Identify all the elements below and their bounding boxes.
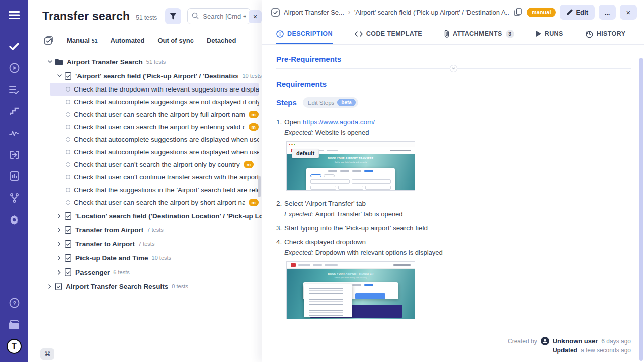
collapse-toggle-icon[interactable] — [450, 65, 457, 72]
edit-button[interactable]: Edit — [560, 5, 595, 20]
step-link[interactable]: https://www.agoda.com/ — [303, 118, 375, 126]
folder-icon — [55, 59, 63, 65]
tab-runs[interactable]: RUNS — [536, 24, 564, 44]
tree-item-label: Transfer to Airport — [75, 240, 135, 248]
tree-test-item[interactable]: Check that user can search the airport b… — [50, 196, 259, 209]
chevron-down-icon[interactable] — [47, 60, 52, 63]
tree-test-item[interactable]: Check that autocomplete suggestings are … — [50, 96, 259, 108]
tree-test-item[interactable]: Check that user can search the airport b… — [50, 108, 259, 121]
tree-test-item[interactable]: Check that the suggestions in the 'Airpo… — [50, 184, 259, 196]
tree-scrollbar[interactable] — [258, 176, 261, 197]
step-text: Check displayed dropdown — [284, 238, 366, 246]
version-control-icon[interactable] — [0, 187, 28, 209]
test-step: 3.Start typing into the 'Pick-up airport… — [276, 224, 631, 232]
edit-steps-button[interactable]: Edit Stepsbeta — [303, 97, 358, 108]
tests-icon[interactable] — [0, 36, 28, 57]
tree-item-label: Check that user can't continue transfer … — [74, 173, 259, 181]
tree-suite-item[interactable]: 'Airport' search field ('Pick-up Airport… — [28, 69, 262, 83]
tree-test-item[interactable]: Check that user can't search the airport… — [50, 158, 259, 171]
steps-list: 1.Open https://www.agoda.com/Expected:We… — [276, 118, 631, 319]
step-number: 3. — [276, 224, 284, 232]
chevron-right-icon[interactable] — [57, 228, 62, 232]
workspace-logo[interactable]: T — [0, 335, 28, 357]
filter-tab-automated[interactable]: Automated — [110, 37, 144, 44]
history-icon — [586, 30, 593, 38]
default-variant-tag: default — [292, 149, 319, 158]
tree-suite-item[interactable]: Airport Transfer Search Results0 tests — [28, 279, 262, 293]
tree-suite-item[interactable]: Passenger6 tests — [28, 265, 262, 279]
filter-button[interactable] — [165, 8, 181, 24]
tree-suite-item[interactable]: 'Location' search field ('Destination Lo… — [28, 209, 262, 223]
copy-icon[interactable] — [513, 7, 523, 17]
step-number: 4. — [276, 238, 284, 246]
help-icon[interactable]: ? — [0, 292, 28, 314]
chevron-right-icon[interactable] — [57, 214, 62, 218]
description-icon — [276, 30, 284, 38]
more-button[interactable]: ... — [599, 5, 616, 20]
tab-history[interactable]: HISTORY — [586, 24, 626, 44]
tree-suite-item[interactable]: Transfer to Airport7 tests — [28, 237, 262, 251]
tree-test-item[interactable]: Check that user can't continue transfer … — [50, 171, 259, 184]
step-expected: Expected:Airport Transfer' tab is opened — [284, 210, 631, 218]
test-circle-icon — [66, 200, 70, 205]
tree-suite-item[interactable]: Pick-up Date and Time10 tests — [28, 251, 262, 265]
runs-icon[interactable] — [0, 57, 28, 79]
bulk-select-icon[interactable] — [44, 36, 53, 45]
tree-item-label: Transfer from Airport — [75, 226, 143, 234]
funnel-icon — [170, 13, 177, 20]
test-tree: Airport Transfer Search51 tests'Airport'… — [28, 51, 262, 293]
detail-scrollbar[interactable] — [639, 58, 643, 361]
sign-in-icon[interactable] — [0, 144, 28, 165]
breadcrumb: Airport Transfer Se...›'Airport' search … — [284, 9, 509, 16]
chevron-right-icon[interactable] — [57, 270, 62, 275]
code-template-icon — [355, 31, 363, 37]
tree-item-label: Check that user can search the airport b… — [74, 199, 245, 206]
filter-tab-detached[interactable]: Detached — [207, 37, 236, 44]
runs-icon — [536, 31, 541, 37]
close-detail-button[interactable]: × — [620, 5, 637, 20]
filter-tab-manual[interactable]: Manual51 — [67, 37, 97, 44]
breadcrumb-item[interactable]: 'Airport' search field ('Pick-up Airport… — [354, 9, 509, 16]
test-plans-icon[interactable] — [0, 79, 28, 101]
projects-icon[interactable] — [0, 314, 28, 335]
search-wrap — [187, 8, 251, 24]
step-expected: Expected:Dropdown with relevant options … — [284, 249, 631, 256]
reports-icon[interactable] — [0, 165, 28, 187]
filter-tab-out-of-sync[interactable]: Out of sync — [157, 37, 194, 44]
menu-icon[interactable] — [0, 4, 28, 26]
tab-description[interactable]: DESCRIPTION — [276, 24, 333, 44]
breadcrumb-separator: › — [348, 9, 350, 16]
breadcrumb-item[interactable]: Airport Transfer Se... — [284, 9, 344, 16]
settings-icon[interactable] — [0, 209, 28, 230]
tree-test-item[interactable]: Check that user can search the airport b… — [50, 121, 259, 133]
tree-item-label: Airport Transfer Search — [67, 58, 143, 66]
chevron-down-icon[interactable] — [57, 74, 62, 77]
tab-attachments[interactable]: ATTACHMENTS3 — [444, 24, 514, 44]
tree-test-item[interactable]: Check that autocomplete suggestions are … — [50, 133, 259, 146]
suite-doc-icon — [65, 268, 71, 276]
updated-label: Updated — [553, 347, 577, 354]
clear-search-button[interactable]: × — [249, 10, 262, 23]
tree-test-item[interactable]: Check that autocomplete suggestions are … — [50, 146, 259, 158]
tree-test-item[interactable]: Check that the dropdown with relevant su… — [50, 83, 259, 96]
tree-item-label: Check that the suggestions in the 'Airpo… — [74, 186, 259, 194]
step-screenshot[interactable]: defaultBOOK YOUR AIRPORT TRANSFERGet to … — [286, 141, 415, 191]
step-screenshot[interactable]: BOOK YOUR AIRPORT TRANSFERGet to your ho… — [286, 261, 415, 319]
tree-suite-item[interactable]: Transfer from Airport7 tests — [28, 223, 262, 237]
detail-footer: Created by Unknown user 6 days ago Updat… — [508, 335, 631, 354]
chevron-right-icon[interactable] — [57, 242, 62, 246]
tree-suite-item[interactable]: Airport Transfer Search51 tests — [28, 55, 262, 69]
test-checkbox-icon — [271, 8, 280, 17]
tree-item-label: Airport Transfer Search Results — [66, 283, 168, 290]
chevron-right-icon[interactable] — [47, 284, 52, 289]
tab-code-template[interactable]: CODE TEMPLATE — [355, 24, 422, 44]
activity-icon[interactable] — [0, 122, 28, 144]
milestones-icon[interactable] — [0, 101, 28, 122]
tests-count: 51 tests — [136, 14, 157, 21]
step-text: Select 'Airport Transfer' tab — [284, 200, 366, 207]
tree-filter-tabs: Manual51AutomatedOut of syncDetached — [28, 29, 262, 51]
created-by-user: Unknown user — [553, 337, 598, 345]
manual-badge: manual — [527, 8, 556, 17]
chevron-right-icon[interactable] — [57, 256, 62, 260]
command-shortcut-button[interactable]: ⌘ — [40, 348, 54, 360]
